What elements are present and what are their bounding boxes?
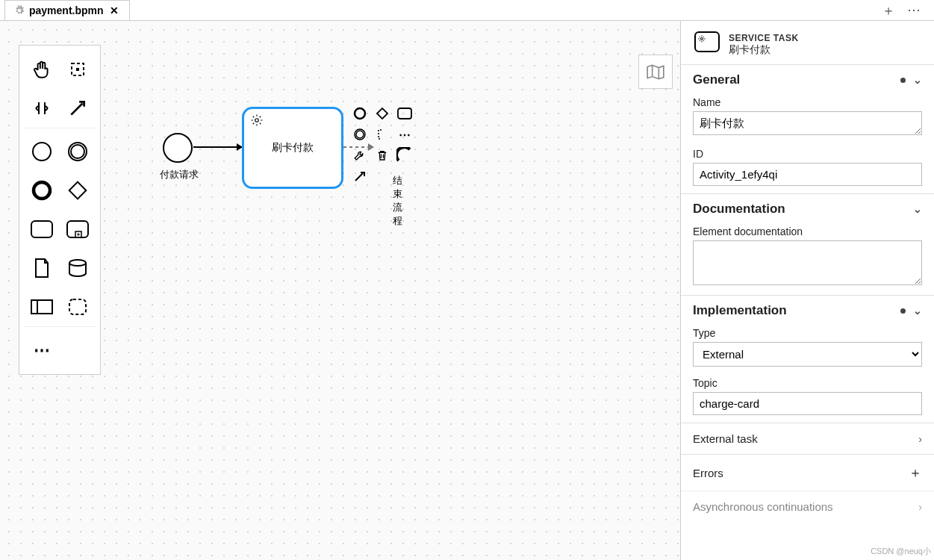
- end-event-label: 结束流程: [393, 174, 402, 228]
- svg-point-0: [33, 143, 51, 161]
- section-implementation-title: Implementation: [693, 303, 787, 318]
- tab-bar: payment.bpmn ✕ ＋ ⋯: [0, 0, 934, 21]
- section-general-header[interactable]: General ⌄: [681, 64, 934, 93]
- data-object-tool[interactable]: [27, 253, 57, 283]
- section-external-task-title: External task: [693, 432, 758, 445]
- topic-input[interactable]: [693, 392, 922, 415]
- connect-tool[interactable]: [63, 93, 93, 123]
- hand-tool[interactable]: [27, 55, 57, 84]
- group-tool[interactable]: [63, 292, 93, 322]
- data-store-tool[interactable]: [63, 253, 93, 283]
- svg-point-18: [701, 38, 703, 40]
- impl-type-label: Type: [693, 327, 922, 339]
- start-event[interactable]: [163, 133, 193, 163]
- close-tab-icon[interactable]: ✕: [108, 4, 120, 16]
- svg-rect-9: [31, 300, 52, 314]
- element-name: 刷卡付款: [729, 43, 799, 57]
- task-label: 刷卡付款: [272, 141, 314, 155]
- modified-dot-icon: [900, 78, 906, 83]
- more-button[interactable]: ⋯: [904, 0, 924, 21]
- start-event-label: 付款请求: [149, 168, 209, 181]
- svg-rect-15: [398, 108, 411, 119]
- chevron-down-icon: ⌄: [913, 74, 922, 86]
- ctx-annotation[interactable]: [372, 124, 393, 145]
- section-async-header[interactable]: Asynchronous continuations ›: [681, 491, 934, 522]
- section-general-title: General: [693, 72, 740, 87]
- chevron-down-icon: ⌄: [913, 203, 922, 215]
- properties-panel: SERVICE TASK 刷卡付款 General ⌄ Name 刷卡付款 ID…: [680, 21, 934, 560]
- ctx-wrench[interactable]: [349, 145, 370, 166]
- ctx-delete[interactable]: [372, 145, 393, 166]
- add-error-button[interactable]: ＋: [909, 464, 922, 482]
- svg-point-17: [356, 131, 364, 138]
- impl-type-select[interactable]: External: [693, 342, 922, 367]
- ctx-more[interactable]: ⋯: [394, 124, 415, 145]
- svg-rect-5: [31, 221, 52, 237]
- svg-point-12: [255, 119, 259, 122]
- canvas-grid[interactable]: [0, 21, 680, 560]
- subprocess-tool[interactable]: [63, 214, 93, 244]
- gateway-tool[interactable]: [63, 175, 93, 205]
- participant-tool[interactable]: [27, 292, 57, 322]
- svg-point-8: [69, 260, 86, 266]
- task-tool[interactable]: [27, 214, 57, 244]
- context-pad: ⋯: [349, 103, 415, 187]
- svg-rect-4: [69, 182, 87, 199]
- file-tab[interactable]: payment.bpmn ✕: [4, 0, 130, 20]
- element-type-label: SERVICE TASK: [729, 33, 799, 43]
- gear-icon: [14, 5, 25, 16]
- svg-point-13: [355, 108, 365, 119]
- section-errors-title: Errors: [693, 467, 723, 479]
- svg-rect-14: [377, 108, 387, 119]
- new-tab-button[interactable]: ＋: [879, 0, 898, 21]
- space-tool[interactable]: [27, 93, 57, 123]
- svg-point-2: [71, 145, 84, 158]
- sequence-flow-1[interactable]: [193, 146, 242, 148]
- watermark: CSDN @neuq小: [871, 546, 931, 557]
- svg-rect-11: [69, 299, 86, 314]
- section-documentation-header[interactable]: Documentation ⌄: [681, 193, 934, 223]
- ctx-start-event[interactable]: [349, 103, 370, 124]
- ctx-task[interactable]: [394, 103, 415, 124]
- svg-rect-6: [67, 221, 88, 237]
- name-label: Name: [693, 96, 922, 108]
- chevron-down-icon: ⌄: [913, 305, 922, 317]
- id-label: ID: [693, 148, 922, 160]
- section-async-title: Asynchronous continuations: [693, 500, 833, 513]
- section-documentation-title: Documentation: [693, 202, 785, 217]
- ctx-connect[interactable]: [349, 166, 370, 187]
- section-errors-header[interactable]: Errors ＋: [681, 454, 934, 491]
- ctx-gateway[interactable]: [372, 103, 393, 124]
- section-implementation-header[interactable]: Implementation ⌄: [681, 295, 934, 324]
- chevron-right-icon: ›: [918, 433, 922, 445]
- ctx-intermediate-event[interactable]: [349, 124, 370, 145]
- svg-point-3: [34, 182, 50, 199]
- section-external-task-header[interactable]: External task ›: [681, 423, 934, 454]
- start-event-tool[interactable]: [27, 137, 57, 167]
- panel-header: SERVICE TASK 刷卡付款: [681, 21, 934, 64]
- chevron-right-icon: ›: [918, 501, 922, 513]
- ctx-end-event[interactable]: [394, 145, 415, 166]
- intermediate-event-tool[interactable]: [63, 137, 93, 167]
- tool-palette: ⋯: [19, 45, 101, 375]
- topic-label: Topic: [693, 377, 922, 389]
- tab-filename: payment.bpmn: [29, 4, 104, 16]
- modified-dot-icon: [900, 308, 906, 314]
- minimap-toggle[interactable]: [638, 55, 673, 89]
- gear-icon: [250, 113, 264, 127]
- tab-actions: ＋ ⋯: [879, 0, 934, 21]
- id-input[interactable]: [693, 163, 922, 186]
- map-icon: [646, 63, 665, 80]
- service-task-icon: [694, 31, 720, 52]
- service-task[interactable]: 刷卡付款: [242, 107, 343, 189]
- name-input[interactable]: 刷卡付款: [693, 111, 922, 135]
- documentation-label: Element documentation: [693, 225, 922, 237]
- lasso-tool[interactable]: [63, 55, 93, 84]
- canvas-area: ⋯ 付款请求 刷卡付款 ⋯ 结束流程: [0, 21, 680, 560]
- documentation-input[interactable]: [693, 240, 922, 285]
- end-event-tool[interactable]: [27, 175, 57, 205]
- more-tools[interactable]: ⋯: [27, 335, 57, 365]
